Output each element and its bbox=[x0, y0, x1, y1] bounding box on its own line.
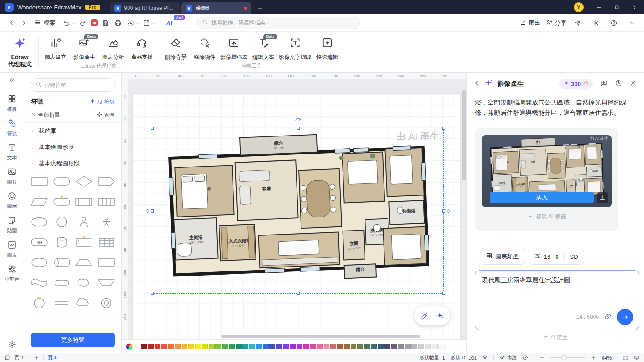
print-button[interactable] bbox=[112, 17, 124, 29]
symbol-shape-stadium[interactable] bbox=[51, 193, 72, 211]
page-overview-icon[interactable] bbox=[5, 355, 10, 361]
token-balance[interactable]: 300 bbox=[559, 79, 593, 89]
color-swatch[interactable] bbox=[303, 344, 309, 349]
color-swatch[interactable] bbox=[378, 344, 384, 349]
color-swatch[interactable] bbox=[351, 344, 356, 349]
symbol-shape-stripes[interactable] bbox=[96, 193, 117, 211]
symbol-shape-ellipse[interactable] bbox=[29, 213, 50, 231]
color-swatch[interactable] bbox=[290, 344, 296, 349]
add-page-button[interactable] bbox=[34, 355, 39, 361]
symbol-shape-para[interactable] bbox=[29, 193, 50, 211]
connection-point-right[interactable] bbox=[447, 209, 450, 213]
ratio-selector[interactable]: 16 : 9 bbox=[529, 253, 564, 261]
send-icon[interactable] bbox=[572, 17, 584, 29]
symbol-shape-stadium[interactable]: Yes bbox=[29, 233, 50, 251]
sidebar-item-圖示[interactable]: 圖示 bbox=[7, 191, 17, 210]
share-button[interactable]: 分享 bbox=[546, 19, 566, 27]
color-swatch[interactable] bbox=[384, 344, 390, 349]
settings-gear-icon[interactable] bbox=[590, 17, 602, 29]
color-swatch[interactable] bbox=[202, 344, 208, 349]
ribbon-item-影像增強器[interactable]: 影像增強器 bbox=[219, 35, 249, 61]
color-swatch[interactable] bbox=[269, 344, 275, 349]
avatar[interactable]: Y bbox=[574, 2, 584, 12]
color-swatch[interactable] bbox=[391, 344, 397, 349]
quality-selector[interactable]: SD bbox=[565, 253, 584, 260]
focus-mode-toggle[interactable]: 專注 bbox=[499, 354, 517, 361]
ai-sparkle-button[interactable] bbox=[433, 308, 448, 323]
symbol-shape-cyl-h[interactable] bbox=[51, 253, 72, 272]
symbol-search-input[interactable]: 搜尋符號 bbox=[30, 78, 116, 92]
attachment-icon[interactable] bbox=[604, 313, 612, 321]
color-swatch[interactable] bbox=[188, 344, 194, 349]
symbol-shape-process[interactable] bbox=[74, 193, 95, 211]
back-icon[interactable] bbox=[473, 79, 481, 89]
ribbon-item-影像文字擷取[interactable]: 影像文字擷取 bbox=[278, 35, 313, 61]
sidebar-item-圖片[interactable]: 圖片 bbox=[7, 167, 17, 186]
symbol-shape-rounded[interactable] bbox=[51, 172, 72, 190]
manage-button[interactable]: 管理 bbox=[96, 111, 115, 119]
color-swatch[interactable] bbox=[445, 344, 451, 349]
color-swatch[interactable] bbox=[425, 344, 431, 349]
color-wheel-icon[interactable] bbox=[126, 343, 133, 350]
undo-dropdown-icon[interactable] bbox=[72, 19, 76, 27]
symbol-section-基本流程圖形狀[interactable]: 基本流程圖形狀 bbox=[24, 155, 121, 172]
export-image-dropdown-icon[interactable] bbox=[136, 19, 140, 27]
global-search-input[interactable]: 搜尋動作、資產和指南... bbox=[196, 17, 360, 29]
color-swatch[interactable] bbox=[242, 344, 248, 349]
color-swatch[interactable] bbox=[141, 344, 147, 349]
sidebar-item-文本[interactable]: 文本 bbox=[7, 143, 17, 161]
color-swatch[interactable] bbox=[263, 344, 269, 349]
connection-point-left[interactable] bbox=[146, 209, 149, 213]
color-swatch[interactable] bbox=[330, 344, 336, 349]
zoom-slider[interactable] bbox=[550, 357, 585, 358]
resize-handle-e[interactable] bbox=[442, 209, 445, 213]
document-tab-2-active[interactable]: e 繪圖6 bbox=[181, 2, 251, 14]
canvas-viewport[interactable]: 露台25' x 28'主臥室主衛浴13'9" x 13'0"步入式衣帽間6'5"… bbox=[128, 79, 466, 339]
symbol-shape-ring[interactable] bbox=[96, 294, 117, 308]
zoom-out-button[interactable] bbox=[539, 355, 545, 361]
help-icon[interactable] bbox=[608, 17, 620, 29]
sidebar-item-模板[interactable]: 模板 bbox=[7, 94, 17, 113]
color-swatch[interactable] bbox=[418, 344, 424, 349]
export-image-button[interactable] bbox=[125, 17, 137, 29]
page-dropdown[interactable]: 頁-1 bbox=[14, 354, 30, 361]
ribbon-item-編輯文本[interactable]: Beta編輯文本 bbox=[249, 35, 278, 61]
symbol-section-我的庫[interactable]: 我的庫 bbox=[24, 123, 121, 139]
new-tab-button[interactable] bbox=[254, 3, 266, 14]
color-swatch[interactable] bbox=[405, 344, 411, 349]
ribbon-item-產品支援[interactable]: 產品支援 bbox=[128, 35, 156, 61]
symbol-shape-cylinder[interactable] bbox=[51, 233, 72, 251]
collapse-all-button[interactable]: 全部折疊 bbox=[31, 111, 60, 119]
color-swatch[interactable] bbox=[344, 344, 350, 349]
remove-ai-label-button[interactable]: 移除 AI 標籤 bbox=[482, 213, 612, 221]
symbol-shape-blob[interactable] bbox=[74, 274, 95, 292]
color-swatch[interactable] bbox=[324, 344, 329, 349]
symbol-shape-circle[interactable] bbox=[29, 294, 50, 308]
color-swatch[interactable] bbox=[283, 344, 289, 349]
color-swatch[interactable] bbox=[357, 344, 363, 349]
color-swatch[interactable] bbox=[432, 344, 438, 349]
fullscreen-icon[interactable] bbox=[634, 355, 639, 361]
symbol-section-基本繪圖形狀[interactable]: 基本繪圖形狀 bbox=[24, 139, 121, 155]
zoom-level[interactable]: 64% bbox=[602, 355, 617, 361]
color-swatch[interactable] bbox=[155, 344, 160, 349]
symbol-shape-trap-inv[interactable] bbox=[96, 274, 117, 292]
color-swatch[interactable] bbox=[222, 344, 228, 349]
sidebar-item-貼圖[interactable]: 貼圖 bbox=[7, 216, 17, 234]
resize-handle-sw[interactable] bbox=[151, 292, 154, 295]
current-page-tab[interactable]: 頁-1 bbox=[48, 354, 57, 361]
symbol-shape-circle[interactable] bbox=[51, 213, 72, 231]
file-menu[interactable]: 檔案 bbox=[31, 19, 59, 27]
magic-pen-button[interactable] bbox=[416, 308, 432, 323]
insert-button[interactable]: 插入 bbox=[490, 192, 594, 203]
more-symbols-button[interactable]: 更多符號 bbox=[31, 333, 115, 347]
redo-button[interactable] bbox=[77, 17, 88, 29]
sidebar-item-符號[interactable]: 符號 bbox=[7, 118, 17, 137]
color-swatch[interactable] bbox=[276, 344, 282, 349]
color-swatch[interactable] bbox=[209, 344, 215, 349]
color-swatch[interactable] bbox=[411, 344, 417, 349]
ribbon-item-刪除背景[interactable]: 刪除背景 bbox=[161, 35, 190, 61]
minimize-button[interactable] bbox=[590, 0, 608, 14]
nav-back-icon[interactable] bbox=[5, 17, 17, 29]
download-icon[interactable] bbox=[597, 192, 608, 203]
